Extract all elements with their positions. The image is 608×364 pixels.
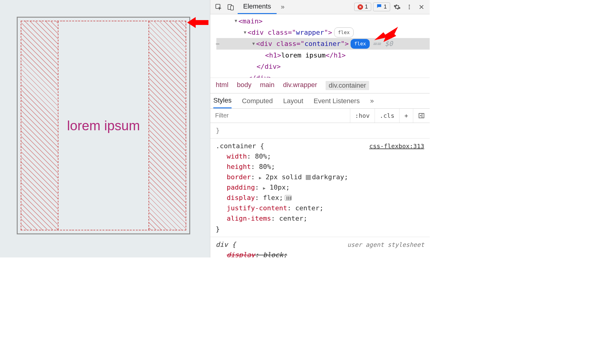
flex-free-space-left — [21, 21, 58, 230]
dom-node-div-close[interactable]: </div> — [216, 72, 430, 78]
devtools-toolbar: Elements » ✕ 1 1 — [210, 0, 430, 14]
caret-down-icon[interactable]: ▼ — [244, 29, 246, 36]
css-decl[interactable]: justify-content: center; — [216, 203, 424, 213]
css-decl[interactable]: height: 80%; — [216, 162, 424, 172]
settings-gear-icon[interactable] — [392, 2, 402, 12]
css-decl-overridden[interactable]: display: block; — [216, 250, 424, 257]
svg-marker-0 — [187, 17, 208, 28]
toggle-hov-button[interactable]: :hov — [350, 109, 375, 123]
crumb-body[interactable]: body — [237, 81, 252, 90]
subtab-event-listeners[interactable]: Event Listeners — [314, 93, 360, 108]
dom-node-h1[interactable]: <h1>lorem ipsum</h1> — [216, 50, 430, 61]
tabs-overflow-icon[interactable]: » — [278, 3, 287, 11]
dom-tree[interactable]: ▼<main> ▼<div class="wrapper"> flex ▼<di… — [210, 14, 430, 78]
preview-heading: lorem ipsum — [67, 118, 140, 133]
inspect-element-icon[interactable] — [213, 2, 224, 12]
css-source-link[interactable]: css-flexbox:313 — [369, 142, 424, 151]
new-style-rule-button[interactable]: + — [399, 109, 413, 123]
flex-container-outline: lorem ipsum — [17, 17, 190, 234]
svg-rect-3 — [231, 6, 233, 10]
dom-node-main[interactable]: ▼<main> — [216, 16, 430, 27]
css-decl[interactable]: border: ▶ 2px solid darkgray; — [216, 172, 424, 182]
errors-badge[interactable]: ✕ 1 — [354, 3, 371, 11]
subtab-layout[interactable]: Layout — [283, 93, 303, 108]
device-toggle-icon[interactable] — [225, 2, 236, 12]
svg-marker-9 — [374, 27, 398, 42]
crumb-wrapper[interactable]: div.wrapper — [283, 81, 317, 90]
error-dot-icon: ✕ — [358, 4, 363, 10]
page-preview-pane: lorem ipsum — [0, 0, 210, 257]
css-selector[interactable]: .container { — [216, 141, 264, 151]
flex-free-space-right — [149, 21, 186, 230]
svg-point-5 — [409, 6, 410, 8]
crumb-container[interactable]: div.container — [326, 81, 369, 90]
flex-badge-active[interactable]: flex — [351, 39, 370, 48]
annotation-arrow-icon — [187, 15, 208, 30]
message-icon — [376, 3, 382, 10]
css-source-ua: user agent stylesheet — [347, 240, 424, 250]
dom-node-div-close[interactable]: </div> — [216, 61, 430, 72]
toggle-cls-button[interactable]: .cls — [375, 109, 399, 123]
breadcrumb: html body main div.wrapper div.container — [210, 78, 430, 93]
css-decl[interactable]: display: flex; — [216, 193, 424, 203]
css-decl[interactable]: align-items: center; — [216, 213, 424, 224]
crumb-html[interactable]: html — [216, 81, 229, 90]
css-rule-container: .container { css-flexbox:313 — [216, 141, 424, 151]
svg-rect-7 — [419, 114, 424, 118]
subtab-computed[interactable]: Computed — [242, 93, 273, 108]
css-rule-ua: div { user agent stylesheet — [216, 240, 424, 250]
flexbox-editor-icon[interactable] — [285, 195, 292, 201]
subtabs-overflow-icon[interactable]: » — [370, 93, 374, 108]
caret-down-icon[interactable]: ▼ — [235, 17, 237, 25]
flex-badge[interactable]: flex — [334, 27, 354, 37]
messages-badge[interactable]: 1 — [373, 2, 390, 11]
expand-shorthand-icon[interactable]: ▶ — [263, 186, 265, 191]
caret-down-icon[interactable]: ▼ — [252, 40, 255, 47]
flex-item: lorem ipsum — [58, 21, 149, 230]
errors-count: 1 — [365, 4, 368, 10]
styles-subtabs: Styles Computed Layout Event Listeners » — [210, 93, 430, 109]
css-rules-panel[interactable]: } .container { css-flexbox:313 width: 80… — [210, 123, 430, 257]
styles-filter-row: :hov .cls + — [210, 109, 430, 123]
close-icon[interactable] — [416, 2, 427, 12]
kebab-menu-icon[interactable] — [404, 2, 414, 12]
messages-count: 1 — [384, 4, 387, 10]
computed-sidebar-toggle-icon[interactable] — [413, 109, 430, 123]
crumb-main[interactable]: main — [260, 81, 274, 90]
css-selector[interactable]: div { — [216, 240, 236, 250]
styles-filter-input[interactable] — [210, 109, 350, 123]
color-swatch-icon[interactable] — [306, 175, 311, 180]
annotation-arrow-icon — [374, 27, 399, 43]
css-brace-close: } — [216, 224, 424, 234]
svg-point-4 — [409, 5, 410, 6]
svg-point-6 — [409, 8, 410, 9]
subtab-styles[interactable]: Styles — [213, 93, 232, 108]
tab-elements[interactable]: Elements — [238, 0, 277, 14]
flex-overlay: lorem ipsum — [21, 21, 186, 230]
css-decl[interactable]: padding: ▶ 10px; — [216, 182, 424, 193]
css-decl[interactable]: width: 80%; — [216, 151, 424, 162]
